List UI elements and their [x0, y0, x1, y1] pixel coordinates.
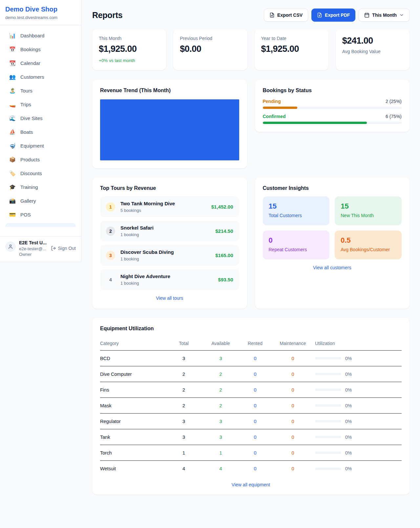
- page-header: Reports Export CSV Export PDF: [92, 9, 410, 22]
- calendar-icon: 📆: [9, 60, 16, 66]
- equipment-total: 3: [166, 356, 202, 361]
- island-icon: 🏝️: [9, 88, 16, 94]
- view-all-tours-link[interactable]: View all tours: [100, 295, 239, 301]
- card-title: Bookings by Status: [263, 88, 402, 93]
- sidebar-item-tours[interactable]: 🏝️ Tours: [4, 85, 77, 96]
- bookings-calendar-icon: 📅: [9, 46, 16, 52]
- sidebar-item-label: Gallery: [20, 198, 36, 204]
- equipment-total: 3: [166, 419, 202, 424]
- user-info: E2E Test U... e2e-tester@... Owner: [19, 240, 48, 257]
- rank-badge: 1: [106, 202, 115, 212]
- period-label: This Month: [372, 12, 397, 18]
- sidebar-item-equipment[interactable]: 🤿 Equipment: [4, 140, 77, 151]
- sidebar-nav: 📊 Dashboard 📅 Bookings 📆 Calendar 👥 Cust…: [0, 25, 81, 236]
- export-pdf-button[interactable]: Export PDF: [311, 9, 355, 22]
- equipment-maintenance: 0: [271, 387, 315, 393]
- table-row: Regulator 3 3 0 0 0%: [100, 414, 402, 429]
- card-title: Customer Insights: [263, 185, 402, 191]
- stat-value: $241.00: [342, 36, 403, 46]
- equipment-maintenance: 0: [271, 372, 315, 377]
- sidebar-item-training[interactable]: 🎓 Training: [4, 182, 77, 193]
- utilization-bar: [315, 404, 341, 407]
- revenue-trend-card: Revenue Trend (This Month): [92, 80, 247, 168]
- equipment-rented: 0: [240, 419, 271, 424]
- file-download-icon: [317, 12, 322, 18]
- tour-revenue: $214.50: [215, 228, 233, 234]
- progress-track: [263, 107, 402, 109]
- equipment-category: BCD: [100, 356, 166, 361]
- status-row-pending: Pending 2 (25%): [263, 99, 402, 109]
- tour-bookings: 5 bookings: [120, 208, 206, 213]
- sidebar-item-calendar[interactable]: 📆 Calendar: [4, 58, 77, 69]
- customer-insights-card: Customer Insights 15 Total Customers 15 …: [255, 177, 410, 309]
- sidebar-item-reports-partial[interactable]: [5, 223, 76, 227]
- sidebar-item-pos[interactable]: 💳 POS: [4, 209, 77, 220]
- sidebar-item-gallery[interactable]: 📸 Gallery: [4, 195, 77, 206]
- equipment-utilization-card: Equipment Utilization Category Total Ava…: [92, 318, 410, 495]
- utilization-percent: 0%: [345, 356, 352, 361]
- equipment-available: 2: [202, 387, 240, 393]
- status-row-confirmed: Confirmed 6 (75%): [263, 114, 402, 124]
- status-value: 6 (75%): [386, 114, 402, 119]
- tile-label: New This Month: [341, 213, 396, 218]
- tile-label: Repeat Customers: [269, 247, 324, 252]
- sidebar-item-customers[interactable]: 👥 Customers: [4, 71, 77, 82]
- equipment-available: 2: [202, 372, 240, 377]
- page-title: Reports: [92, 10, 122, 20]
- table-row: Tank 3 3 0 0 0%: [100, 429, 402, 445]
- sidebar-item-label: Bookings: [20, 47, 41, 52]
- tour-bookings: 1 booking: [120, 281, 213, 286]
- card-title: Equipment Utilization: [100, 326, 402, 332]
- col-available: Available: [202, 341, 240, 346]
- sidebar: Demo Dive Shop demo.test.divestreams.com…: [0, 0, 81, 262]
- view-all-customers-link[interactable]: View all customers: [263, 265, 402, 270]
- sidebar-item-label: Boats: [20, 129, 33, 135]
- stat-label: This Month: [99, 36, 159, 41]
- view-all-equipment-link[interactable]: View all equipment: [100, 482, 402, 487]
- stat-label: Previous Period: [180, 36, 241, 41]
- stat-value: $0.00: [180, 44, 241, 54]
- stat-card-previous-period: Previous Period $0.00: [173, 29, 247, 70]
- utilization-bar: [315, 357, 341, 359]
- export-csv-button[interactable]: Export CSV: [264, 9, 308, 22]
- sidebar-item-bookings[interactable]: 📅 Bookings: [4, 44, 77, 55]
- tile-new-this-month: 15 New This Month: [335, 196, 402, 225]
- stats-row: This Month $1,925.00 +0% vs last month P…: [92, 29, 410, 70]
- equipment-rented: 0: [240, 372, 271, 377]
- period-dropdown[interactable]: This Month: [359, 9, 410, 22]
- sidebar-item-dashboard[interactable]: 📊 Dashboard: [4, 30, 77, 41]
- dashboard-icon: 📊: [9, 32, 16, 39]
- table-row: Mask 2 2 0 0 0%: [100, 398, 402, 414]
- sidebar-item-boats[interactable]: ⛵ Boats: [4, 127, 77, 137]
- sidebar-item-dive-sites[interactable]: 🌊 Dive Sites: [4, 113, 77, 124]
- card-title: Revenue Trend (This Month): [100, 88, 239, 93]
- col-maintenance: Maintenance: [271, 341, 315, 346]
- equipment-rented: 0: [240, 466, 271, 471]
- sidebar-item-discounts[interactable]: 🏷️ Discounts: [4, 168, 77, 179]
- sidebar-item-label: POS: [20, 212, 31, 217]
- stat-label: Avg Booking Value: [342, 49, 403, 54]
- stat-card-year-to-date: Year to Date $1,925.00: [255, 29, 328, 70]
- equipment-rented: 0: [240, 356, 271, 361]
- person-icon: [8, 244, 13, 250]
- user-name: E2E Test U...: [19, 240, 48, 246]
- rank-badge: 3: [106, 251, 115, 260]
- sign-out-icon: [51, 246, 56, 251]
- tile-total-customers: 15 Total Customers: [263, 196, 330, 225]
- equipment-total: 1: [166, 450, 202, 456]
- sailboat-icon: ⛵: [9, 129, 16, 135]
- rank-badge: 4: [106, 275, 115, 284]
- tour-row: 4 Night Dive Adventure 1 booking $93.50: [100, 269, 239, 290]
- sign-out-button[interactable]: Sign Out: [51, 246, 76, 251]
- stat-card-this-month: This Month $1,925.00 +0% vs last month: [92, 29, 166, 70]
- bookings-by-status-card: Bookings by Status Pending 2 (25%) Confi…: [255, 80, 410, 132]
- equipment-maintenance: 0: [271, 356, 315, 361]
- customers-icon: 👥: [9, 74, 16, 80]
- utilization-percent: 0%: [345, 466, 352, 471]
- equipment-rented: 0: [240, 387, 271, 393]
- sidebar-item-products[interactable]: 📦 Products: [4, 154, 77, 165]
- shop-domain: demo.test.divestreams.com: [5, 15, 76, 20]
- sidebar-item-trips[interactable]: 🚤 Trips: [4, 99, 77, 110]
- table-row: Fins 2 2 0 0 0%: [100, 382, 402, 398]
- export-csv-label: Export CSV: [277, 12, 303, 18]
